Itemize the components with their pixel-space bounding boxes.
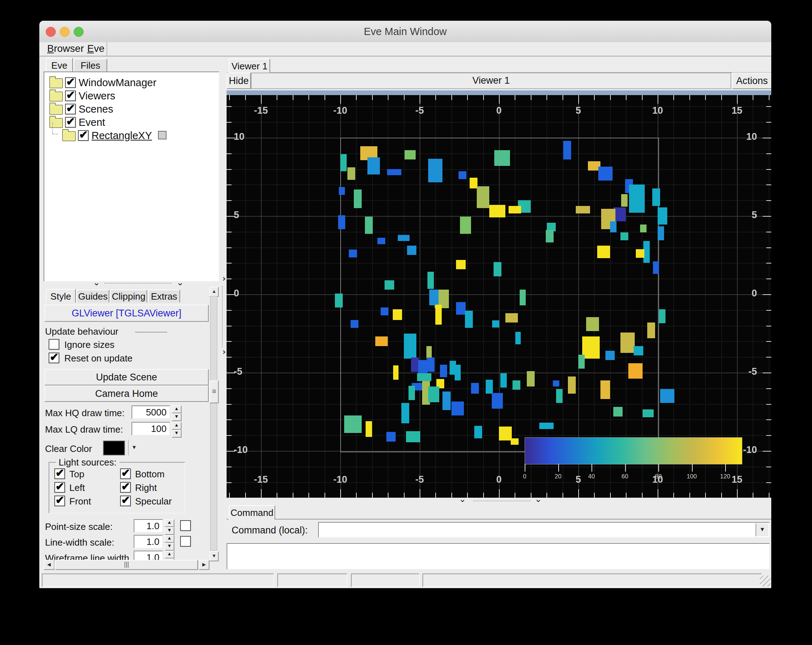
scene-rect[interactable] xyxy=(474,426,482,438)
scene-rect[interactable] xyxy=(629,185,645,213)
resize-grip[interactable] xyxy=(760,576,771,586)
spin-up-icon[interactable]: ▲ xyxy=(171,405,182,413)
scene-rect[interactable] xyxy=(653,261,659,274)
checkbox-reset-on-update[interactable]: ✔ xyxy=(49,353,60,363)
scroll-thumb[interactable]: ≡ xyxy=(209,381,219,403)
scale-checkbox-0[interactable] xyxy=(180,520,191,531)
tree-label-windowmanager[interactable]: WindowManager xyxy=(79,77,157,89)
scene-rect[interactable] xyxy=(597,246,610,258)
clear-color-swatch[interactable] xyxy=(103,440,125,455)
scene-rect[interactable] xyxy=(347,167,355,180)
scene-rect[interactable] xyxy=(659,309,665,323)
scene-rect[interactable] xyxy=(546,230,554,242)
scene-rect[interactable] xyxy=(386,432,396,441)
scene-rect[interactable] xyxy=(452,402,464,416)
tree-checkbox-event[interactable]: ✔ xyxy=(65,117,76,128)
scene-rect[interactable] xyxy=(620,232,628,240)
scene-rect[interactable] xyxy=(576,206,590,214)
scene-rect[interactable] xyxy=(401,403,409,423)
scene-rect[interactable] xyxy=(344,416,362,433)
scene-rect[interactable] xyxy=(652,188,660,206)
scene-rect[interactable] xyxy=(387,169,401,176)
scene-rect[interactable] xyxy=(553,381,559,387)
scene-rect[interactable] xyxy=(375,336,388,346)
scale-spin-buttons-0[interactable]: ▲▼ xyxy=(165,519,174,535)
tab-guides[interactable]: Guides xyxy=(76,290,109,303)
scene-rect[interactable] xyxy=(406,431,420,442)
scene-rect[interactable] xyxy=(407,246,417,255)
spin-up-icon[interactable]: ▲ xyxy=(171,422,182,430)
scene-rect[interactable] xyxy=(640,225,647,232)
spin-up-icon[interactable]: ▲ xyxy=(165,519,174,527)
spin-value-1[interactable]: 100 xyxy=(131,422,170,436)
expand-right-icon-2[interactable]: ⌄ xyxy=(219,348,226,356)
scroll-down-icon[interactable]: ▼ xyxy=(209,551,219,561)
collapse-icon[interactable]: ⌄ xyxy=(459,495,466,503)
pane-splitter[interactable]: ⌄ ⌄ xyxy=(218,57,227,569)
scene-rect[interactable] xyxy=(494,150,510,166)
scene-rect[interactable] xyxy=(417,373,431,381)
command-dropdown-icon[interactable]: ▼ xyxy=(756,523,768,536)
scene-rect[interactable] xyxy=(440,365,447,377)
scene-rect[interactable] xyxy=(404,333,417,359)
tree-row-windowmanager[interactable]: ✔WindowManager xyxy=(44,76,219,89)
scene-rect[interactable] xyxy=(381,307,389,315)
tree-splitter[interactable]: ⌄ ⌄ xyxy=(44,280,218,286)
light-checkbox-top[interactable]: ✔ xyxy=(54,468,65,479)
scale-spin-buttons-2[interactable]: ▲▼ xyxy=(165,550,174,560)
tree-checkbox-windowmanager[interactable]: ✔ xyxy=(65,77,76,88)
scene-rect[interactable] xyxy=(460,217,471,234)
scene-rect[interactable] xyxy=(427,358,435,371)
scene-rect[interactable] xyxy=(477,186,490,208)
scale-value-2[interactable]: 1.0 xyxy=(134,550,163,560)
scene-rect[interactable] xyxy=(404,150,416,159)
scene-rect[interactable] xyxy=(620,333,635,353)
scene-rect[interactable] xyxy=(539,423,554,429)
scene-rect[interactable] xyxy=(613,407,623,416)
scene-rect[interactable] xyxy=(660,389,675,403)
light-checkbox-front[interactable]: ✔ xyxy=(54,495,65,506)
scene-rect[interactable] xyxy=(606,351,615,360)
style-hscrollbar[interactable]: ◀ ||| ▶ xyxy=(44,560,209,570)
command-input[interactable]: ▼ xyxy=(318,522,770,538)
light-checkbox-specular[interactable]: ✔ xyxy=(120,495,131,506)
scale-checkbox-1[interactable] xyxy=(180,536,191,547)
spin-value-0[interactable]: 5000 xyxy=(131,405,170,419)
scene-rect[interactable] xyxy=(568,376,576,394)
scene-rect[interactable] xyxy=(340,154,346,171)
tree-label-scenes[interactable]: Scenes xyxy=(79,103,113,115)
tree-label-rectanglexy[interactable]: RectangleXY xyxy=(92,130,152,142)
scene-rect[interactable] xyxy=(515,332,521,344)
open-folder-icon[interactable] xyxy=(49,118,63,128)
tab-style[interactable]: Style xyxy=(46,289,76,303)
light-checkbox-left[interactable]: ✔ xyxy=(54,482,65,493)
scene-rect[interactable] xyxy=(335,293,343,307)
scene-rect[interactable] xyxy=(643,410,654,417)
menu-browser[interactable]: Browser xyxy=(46,42,85,55)
scene-rect[interactable] xyxy=(411,358,419,371)
spin-buttons-1[interactable]: ▲▼ xyxy=(171,422,182,438)
eve-object-tree[interactable]: ✔WindowManager✔Viewers✔Scenes✔Event✔Rect… xyxy=(44,72,220,282)
scene-rect[interactable] xyxy=(628,363,643,379)
scene-rect[interactable] xyxy=(428,159,443,182)
tree-checkbox-rectanglexy[interactable]: ✔ xyxy=(78,130,89,141)
scene-rect[interactable] xyxy=(470,178,478,189)
title-bar[interactable]: Eve Main Window xyxy=(39,21,771,43)
folder-icon[interactable] xyxy=(49,105,63,115)
tab-viewer-1[interactable]: Viewer 1 xyxy=(229,59,270,73)
scene-rect[interactable] xyxy=(658,207,667,225)
scene-rect[interactable] xyxy=(489,205,505,217)
tree-checkbox-viewers[interactable]: ✔ xyxy=(65,90,76,101)
scene-rect[interactable] xyxy=(505,313,518,322)
scene-rect[interactable] xyxy=(393,309,403,320)
scene-rect[interactable] xyxy=(556,389,563,403)
scene-rect[interactable] xyxy=(366,421,372,437)
tree-label-event[interactable]: Event xyxy=(79,116,105,128)
scene-rect[interactable] xyxy=(520,290,526,305)
scene-rect[interactable] xyxy=(368,157,380,174)
scene-rect[interactable] xyxy=(339,187,345,195)
scene-rect[interactable] xyxy=(586,317,599,331)
scene-rect[interactable] xyxy=(428,387,439,402)
scene-rect[interactable] xyxy=(658,226,664,240)
scene-rect[interactable] xyxy=(426,346,432,359)
